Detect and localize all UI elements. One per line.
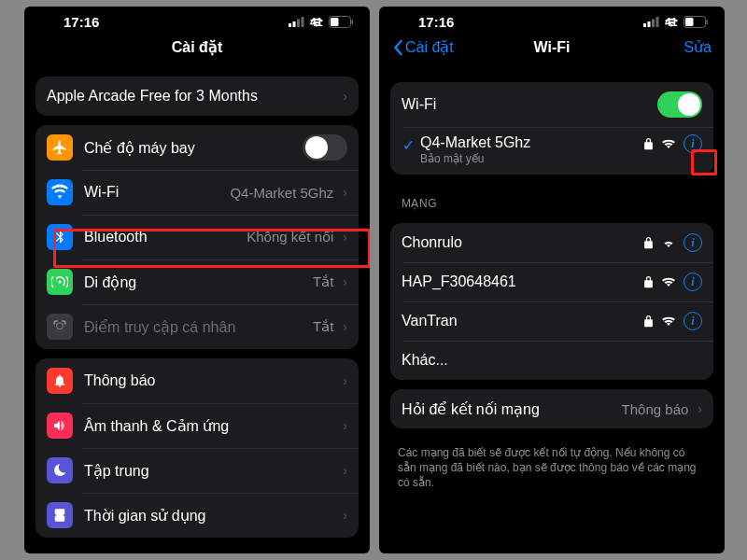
row-detail: Không kết nối — [247, 229, 333, 245]
chevron-icon: › — [343, 230, 347, 245]
row-other-network[interactable]: Khác... — [390, 341, 713, 380]
back-button[interactable]: Cài đặt — [392, 38, 454, 56]
screen-settings: 17:16 41 Cài đặt Apple Arcade Free for 3… — [24, 7, 370, 553]
hotspot-icon — [47, 314, 73, 340]
row-detail: Q4-Market 5Ghz — [230, 185, 333, 201]
battery-icon: 41 — [329, 16, 353, 28]
svg-rect-2 — [297, 20, 300, 28]
promo-label: Apple Arcade Free for 3 Months — [47, 88, 339, 105]
row-hotspot[interactable]: Điểm truy cập cá nhân Tắt › — [35, 304, 359, 349]
row-airplane[interactable]: Chế độ máy bay — [35, 125, 359, 170]
section-networks-header: MẠNG — [379, 184, 725, 214]
row-label: Hỏi để kết nối mạng — [402, 400, 622, 418]
row-detail: Tắt — [313, 273, 333, 290]
info-button[interactable]: i — [684, 233, 702, 252]
row-label: Thời gian sử dụng — [84, 507, 339, 525]
svg-rect-9 — [652, 20, 655, 28]
sounds-icon — [47, 413, 73, 439]
nav-bar: Cài đặt Wi-Fi Sửa — [379, 33, 725, 65]
battery-level: 41 — [665, 16, 677, 29]
screen-wifi: 17:16 41 Cài đặt Wi-Fi Sửa Wi-Fi ✓ Q4-Ma — [379, 7, 725, 553]
row-current-network[interactable]: ✓ Q4-Market 5Ghz Bảo mật yếu i — [390, 127, 713, 175]
svg-rect-12 — [685, 18, 694, 26]
network-security: Bảo mật yếu — [420, 152, 643, 165]
wifi-signal-icon — [661, 315, 676, 327]
network-name: HAP_F30648461 — [402, 273, 643, 290]
svg-rect-5 — [331, 18, 339, 26]
info-button[interactable]: i — [684, 312, 702, 330]
svg-rect-8 — [648, 21, 651, 27]
status-right: 41 — [643, 16, 708, 28]
network-row-0[interactable]: Chonrulo i — [390, 223, 713, 262]
row-wifi-switch[interactable]: Wi-Fi — [390, 82, 713, 127]
wifi-signal-icon — [661, 138, 676, 149]
row-sounds[interactable]: Âm thanh & Cảm ứng › — [35, 403, 359, 448]
lock-icon — [643, 275, 654, 288]
chevron-icon: › — [698, 401, 702, 416]
cellular-settings-icon — [47, 269, 73, 295]
network-name: Q4-Market 5Ghz — [420, 134, 643, 151]
row-cellular[interactable]: Di động Tắt › — [35, 259, 359, 304]
promo-group: Apple Arcade Free for 3 Months › — [35, 77, 359, 116]
row-label: Thông báo — [84, 372, 339, 389]
wifi-settings-icon — [47, 179, 73, 205]
status-time: 17:16 — [418, 14, 454, 30]
airplane-toggle[interactable] — [303, 134, 347, 161]
row-detail: Tắt — [313, 318, 333, 335]
row-detail: Thông báo — [622, 401, 689, 417]
checkmark-icon: ✓ — [398, 134, 418, 154]
info-button[interactable]: i — [684, 273, 702, 291]
row-label: Khác... — [402, 352, 702, 369]
info-button[interactable]: i — [684, 134, 702, 153]
network-name: Chonrulo — [402, 234, 643, 251]
row-apple-arcade[interactable]: Apple Arcade Free for 3 Months › — [35, 77, 359, 116]
row-ask-to-join[interactable]: Hỏi để kết nối mạng Thông báo › — [390, 389, 713, 428]
status-bar: 17:16 41 — [379, 7, 725, 33]
cellular-icon — [289, 17, 304, 27]
chevron-icon: › — [343, 274, 347, 289]
status-bar: 17:16 41 — [24, 7, 370, 33]
status-right: 41 — [289, 16, 353, 28]
row-screentime[interactable]: Thời gian sử dụng › — [35, 493, 359, 538]
row-notifications[interactable]: Thông báo › — [35, 358, 359, 403]
ask-to-join-group: Hỏi để kết nối mạng Thông báo › — [390, 389, 713, 428]
svg-rect-1 — [293, 21, 296, 27]
chevron-left-icon — [392, 39, 403, 56]
bluetooth-icon — [47, 224, 73, 250]
chevron-icon: › — [343, 89, 347, 104]
svg-rect-13 — [707, 20, 709, 24]
row-wifi[interactable]: Wi-Fi Q4-Market 5Ghz › — [35, 170, 359, 215]
row-focus[interactable]: Tập trung › — [35, 448, 359, 493]
chevron-icon: › — [343, 508, 347, 523]
cellular-icon — [643, 17, 659, 27]
network-row-1[interactable]: HAP_F30648461 i — [390, 262, 713, 301]
row-label: Di động — [84, 273, 313, 291]
svg-rect-0 — [289, 23, 291, 27]
row-label: Chế độ máy bay — [84, 139, 303, 157]
chevron-icon: › — [343, 185, 347, 200]
lock-icon — [643, 236, 654, 249]
back-label: Cài đặt — [405, 38, 454, 56]
wifi-toggle[interactable] — [657, 91, 702, 118]
chevron-icon: › — [343, 418, 347, 433]
screentime-icon — [47, 502, 73, 528]
row-label: Âm thanh & Cảm ứng — [84, 417, 339, 435]
status-time: 17:16 — [63, 14, 99, 30]
row-bluetooth[interactable]: Bluetooth Không kết nối › — [35, 215, 359, 259]
row-label: Điểm truy cập cá nhân — [84, 318, 313, 336]
network-row-2[interactable]: VanTran i — [390, 301, 713, 341]
chevron-icon: › — [343, 373, 347, 388]
battery-level: 41 — [310, 16, 322, 29]
connectivity-group: Chế độ máy bay Wi-Fi Q4-Market 5Ghz › Bl… — [35, 125, 359, 349]
row-label: Wi-Fi — [84, 184, 230, 201]
edit-button[interactable]: Sửa — [684, 38, 712, 56]
notifications-icon — [47, 368, 73, 394]
svg-rect-3 — [302, 17, 304, 27]
svg-rect-6 — [352, 20, 354, 24]
lock-icon — [643, 315, 654, 328]
battery-icon: 41 — [684, 16, 708, 28]
page-title: Cài đặt — [24, 33, 370, 67]
svg-rect-10 — [656, 17, 659, 27]
chevron-icon: › — [343, 463, 347, 478]
row-label: Wi-Fi — [402, 96, 657, 113]
